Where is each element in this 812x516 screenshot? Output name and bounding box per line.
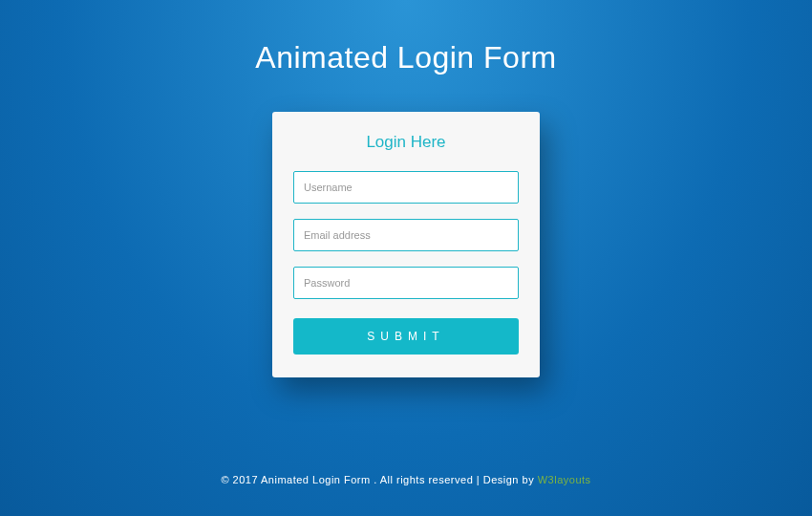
email-input[interactable] (293, 219, 519, 251)
login-card: Login Here SUBMIT (272, 112, 540, 377)
username-input[interactable] (293, 171, 519, 204)
footer-link[interactable]: W3layouts (538, 474, 591, 485)
password-input[interactable] (293, 267, 519, 299)
submit-button[interactable]: SUBMIT (293, 318, 519, 355)
footer: © 2017 Animated Login Form . All rights … (221, 474, 590, 485)
footer-text: © 2017 Animated Login Form . All rights … (221, 474, 537, 485)
card-header: Login Here (293, 133, 519, 152)
page-title: Animated Login Form (255, 40, 556, 75)
